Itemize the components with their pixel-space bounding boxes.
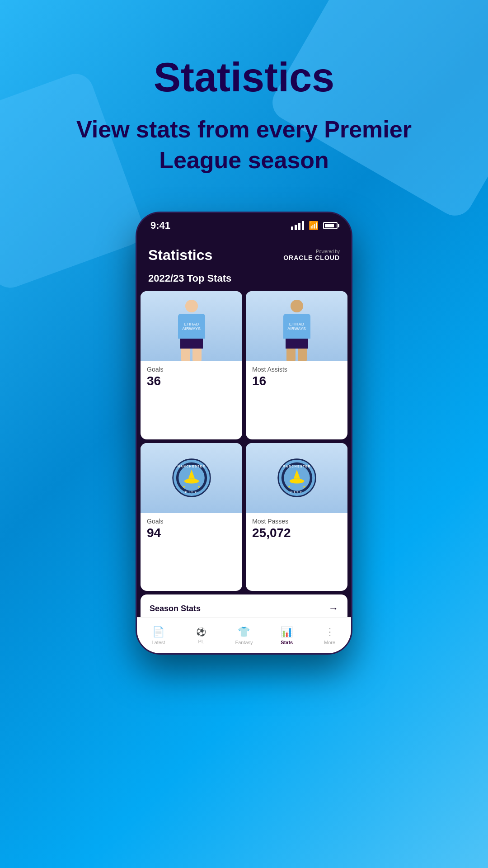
battery-icon bbox=[323, 222, 338, 229]
nav-more[interactable]: ⋮ More bbox=[308, 626, 351, 645]
status-time: 9:41 bbox=[150, 220, 170, 231]
sponsor-block: Powered by ORACLE CLOUD bbox=[283, 249, 340, 261]
signal-icon bbox=[291, 221, 304, 230]
nav-latest-label: Latest bbox=[151, 640, 165, 645]
stat-card-info-4: Most Passes 25,072 bbox=[246, 513, 347, 547]
stat-card-goals-player[interactable]: ETIHADAIRWAYS Goals bbox=[141, 291, 242, 439]
wifi-icon: 📶 bbox=[309, 221, 319, 231]
more-icon: ⋮ bbox=[325, 626, 335, 638]
stats-icon: 📊 bbox=[281, 626, 293, 638]
stat-card-label-2: Most Assists bbox=[252, 366, 341, 373]
nav-latest[interactable]: 📄 Latest bbox=[137, 626, 180, 645]
pl-icon: ⚽ bbox=[196, 627, 206, 637]
stats-grid: ETIHADAIRWAYS Goals bbox=[137, 291, 351, 591]
status-bar: 9:41 📶 bbox=[137, 213, 351, 238]
stat-card-image-3: MANCHESTER CITY ★ ★ bbox=[141, 443, 242, 513]
svg-text:★: ★ bbox=[288, 485, 291, 489]
stat-card-goals-club[interactable]: MANCHESTER CITY ★ ★ Goals 94 bbox=[141, 443, 242, 591]
hero-subtitle: View stats from every Premier League sea… bbox=[63, 114, 425, 175]
svg-text:MANCHESTER: MANCHESTER bbox=[282, 465, 310, 468]
stat-card-value-3: 94 bbox=[147, 526, 236, 540]
stat-card-label-3: Goals bbox=[147, 518, 236, 525]
status-icons: 📶 bbox=[291, 221, 338, 231]
svg-text:MANCHESTER: MANCHESTER bbox=[177, 465, 205, 468]
svg-point-3 bbox=[184, 479, 198, 484]
svg-text:CITY: CITY bbox=[290, 491, 303, 494]
phone-frame: 9:41 📶 Statistics Powered by ORACLE CLOU… bbox=[136, 212, 352, 655]
stat-card-image-4: MANCHESTER CITY ★ ★ bbox=[246, 443, 347, 513]
shirt-icon: 👕 bbox=[238, 626, 250, 638]
app-header: Statistics Powered by ORACLE CLOUD bbox=[137, 238, 351, 268]
app-content: Statistics Powered by ORACLE CLOUD 2022/… bbox=[137, 238, 351, 653]
season-label: 2022/23 Top Stats bbox=[137, 268, 351, 291]
season-stats-arrow: → bbox=[328, 603, 338, 614]
app-title: Statistics bbox=[148, 247, 212, 264]
nav-more-label: More bbox=[324, 640, 335, 645]
stat-card-label-1: Goals bbox=[147, 366, 236, 373]
nav-pl-label: PL bbox=[198, 639, 204, 644]
powered-by-text: Powered by bbox=[316, 249, 340, 254]
nav-fantasy-label: Fantasy bbox=[235, 640, 253, 645]
stat-card-value-2: 16 bbox=[252, 374, 341, 388]
document-icon: 📄 bbox=[152, 626, 164, 638]
stat-card-info-3: Goals 94 bbox=[141, 513, 242, 547]
stat-card-info-2: Most Assists 16 bbox=[246, 361, 347, 395]
stat-card-passes-club[interactable]: MANCHESTER CITY ★ ★ Most Passes 25,072 bbox=[246, 443, 347, 591]
phone-mockup: 9:41 📶 Statistics Powered by ORACLE CLOU… bbox=[136, 212, 352, 655]
nav-fantasy[interactable]: 👕 Fantasy bbox=[223, 626, 266, 645]
stat-card-value-1: 36 bbox=[147, 374, 236, 388]
season-stats-label: Season Stats bbox=[150, 604, 201, 613]
stat-card-info-1: Goals 36 bbox=[141, 361, 242, 395]
stat-card-image-1: ETIHADAIRWAYS bbox=[141, 291, 242, 361]
svg-text:★: ★ bbox=[197, 485, 200, 489]
svg-text:CITY: CITY bbox=[185, 491, 198, 494]
stat-card-label-4: Most Passes bbox=[252, 518, 341, 525]
svg-text:★: ★ bbox=[183, 485, 185, 489]
nav-stats[interactable]: 📊 Stats bbox=[265, 626, 308, 645]
man-city-crest-1: MANCHESTER CITY ★ ★ bbox=[171, 458, 212, 498]
svg-point-12 bbox=[289, 479, 304, 484]
sponsor-name: ORACLE CLOUD bbox=[283, 254, 340, 261]
hero-title: Statistics bbox=[154, 54, 334, 101]
svg-text:★: ★ bbox=[302, 485, 305, 489]
nav-stats-label: Stats bbox=[281, 640, 293, 645]
stat-card-assists-player[interactable]: ETIHADAIRWAYS Most Assists bbox=[246, 291, 347, 439]
man-city-crest-2: MANCHESTER CITY ★ ★ bbox=[277, 458, 317, 498]
stat-card-image-2: ETIHADAIRWAYS bbox=[246, 291, 347, 361]
nav-pl[interactable]: ⚽ PL bbox=[180, 627, 223, 644]
bottom-nav: 📄 Latest ⚽ PL 👕 Fantasy 📊 Stats ⋮ bbox=[137, 617, 351, 653]
stat-card-value-4: 25,072 bbox=[252, 526, 341, 540]
